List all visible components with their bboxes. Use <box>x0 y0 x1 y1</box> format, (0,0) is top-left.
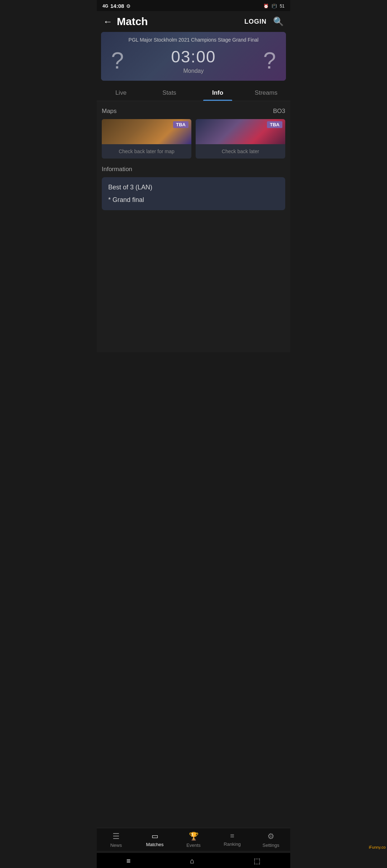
match-subtitle: PGL Major Stockholm 2021 Champions Stage… <box>108 37 280 43</box>
search-icon[interactable]: 🔍 <box>273 16 284 27</box>
maps-title: Maps <box>102 108 117 115</box>
map-placeholder-1: Check back later for map <box>102 144 191 159</box>
tba-badge-2: TBA <box>267 121 282 128</box>
vibrate-icon: 📳 <box>272 4 277 9</box>
match-scores: ? 03:00 Monday ? <box>108 47 280 74</box>
info-title: Information <box>102 166 132 173</box>
tab-info[interactable]: Info <box>194 84 242 101</box>
info-line-2: * Grand final <box>108 196 279 204</box>
top-header: ← Match LOGIN 🔍 <box>97 11 290 32</box>
match-card-content: PGL Major Stockholm 2021 Champions Stage… <box>108 37 280 74</box>
tab-stats[interactable]: Stats <box>145 84 194 101</box>
alarm-icon: ⏰ <box>263 4 269 9</box>
bottom-spacer <box>102 210 285 257</box>
status-right: ⏰ 📳 51 <box>263 4 285 9</box>
tba-badge-1: TBA <box>173 121 188 128</box>
map-card-2[interactable]: TBA Check back later <box>196 119 285 159</box>
map-image-2: TBA <box>196 119 285 144</box>
time-display: 14:08 <box>110 3 124 9</box>
tab-live[interactable]: Live <box>97 84 145 101</box>
team-left-logo: ? <box>111 49 124 72</box>
maps-section-header: Maps BO3 <box>102 108 285 115</box>
map-placeholder-2: Check back later <box>196 144 285 159</box>
status-bar: 4G 14:08 ⚙ ⏰ 📳 51 <box>97 0 290 11</box>
login-button[interactable]: LOGIN <box>244 18 267 25</box>
match-time: 03:00 <box>171 47 216 66</box>
maps-row: TBA Check back later for map TBA Check b… <box>102 119 285 159</box>
maps-badge: BO3 <box>273 108 285 115</box>
header-right: LOGIN 🔍 <box>244 16 284 27</box>
info-section-header: Information <box>102 166 285 173</box>
tab-streams[interactable]: Streams <box>242 84 290 101</box>
map-image-1: TBA <box>102 119 191 144</box>
info-box: Best of 3 (LAN) * Grand final <box>102 177 285 210</box>
match-time-block: 03:00 Monday <box>171 47 216 74</box>
map-card-1[interactable]: TBA Check back later for map <box>102 119 191 159</box>
match-card: PGL Major Stockholm 2021 Champions Stage… <box>101 32 286 81</box>
page-title: Match <box>117 15 148 28</box>
battery-indicator: 51 <box>280 4 285 9</box>
network-indicator: 4G <box>102 4 108 9</box>
info-line-1: Best of 3 (LAN) <box>108 184 279 191</box>
settings-icon: ⚙ <box>126 3 131 9</box>
team-right-logo: ? <box>263 49 276 72</box>
back-button[interactable]: ← <box>103 16 113 27</box>
header-left: ← Match <box>103 15 148 28</box>
content-area: Maps BO3 TBA Check back later for map TB… <box>97 101 290 352</box>
match-day: Monday <box>171 68 216 74</box>
status-left: 4G 14:08 ⚙ <box>102 3 131 9</box>
tabs-container: Live Stats Info Streams <box>97 84 290 101</box>
